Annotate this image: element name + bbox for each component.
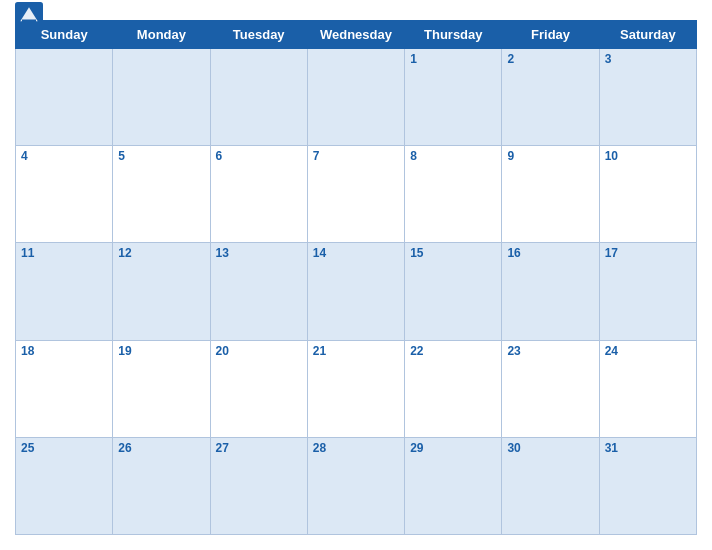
day-number: 8	[410, 149, 496, 163]
calendar-day-cell: 17	[599, 243, 696, 340]
day-number: 6	[216, 149, 302, 163]
day-number: 15	[410, 246, 496, 260]
weekday-saturday: Saturday	[599, 21, 696, 49]
day-number: 21	[313, 344, 399, 358]
calendar-day-cell	[210, 49, 307, 146]
calendar-day-cell	[307, 49, 404, 146]
calendar-week-row: 123	[16, 49, 697, 146]
calendar-day-cell: 14	[307, 243, 404, 340]
calendar-day-cell: 19	[113, 340, 210, 437]
day-number: 11	[21, 246, 107, 260]
calendar-day-cell: 10	[599, 146, 696, 243]
calendar-day-cell: 16	[502, 243, 599, 340]
calendar-day-cell: 11	[16, 243, 113, 340]
day-number: 23	[507, 344, 593, 358]
day-number: 26	[118, 441, 204, 455]
logo-icon	[15, 2, 43, 30]
day-number: 10	[605, 149, 691, 163]
calendar-week-row: 45678910	[16, 146, 697, 243]
day-number: 7	[313, 149, 399, 163]
calendar-table: SundayMondayTuesdayWednesdayThursdayFrid…	[15, 20, 697, 535]
day-number: 22	[410, 344, 496, 358]
day-number: 17	[605, 246, 691, 260]
calendar-day-cell: 25	[16, 437, 113, 534]
calendar-day-cell	[113, 49, 210, 146]
calendar-header	[15, 10, 697, 20]
calendar-day-cell: 21	[307, 340, 404, 437]
day-number: 4	[21, 149, 107, 163]
logo	[15, 2, 46, 30]
day-number: 30	[507, 441, 593, 455]
day-number: 14	[313, 246, 399, 260]
day-number: 20	[216, 344, 302, 358]
calendar-day-cell: 30	[502, 437, 599, 534]
calendar-day-cell: 4	[16, 146, 113, 243]
calendar-day-cell: 12	[113, 243, 210, 340]
weekday-friday: Friday	[502, 21, 599, 49]
calendar-day-cell: 13	[210, 243, 307, 340]
calendar-day-cell: 18	[16, 340, 113, 437]
svg-rect-2	[22, 20, 36, 24]
day-number: 25	[21, 441, 107, 455]
day-number: 13	[216, 246, 302, 260]
weekday-thursday: Thursday	[405, 21, 502, 49]
calendar-day-cell: 2	[502, 49, 599, 146]
calendar-day-cell: 29	[405, 437, 502, 534]
day-number: 28	[313, 441, 399, 455]
day-number: 31	[605, 441, 691, 455]
weekday-monday: Monday	[113, 21, 210, 49]
calendar-day-cell: 24	[599, 340, 696, 437]
day-number: 18	[21, 344, 107, 358]
day-number: 2	[507, 52, 593, 66]
calendar-day-cell: 26	[113, 437, 210, 534]
calendar-day-cell: 15	[405, 243, 502, 340]
calendar-day-cell: 20	[210, 340, 307, 437]
calendar-day-cell: 7	[307, 146, 404, 243]
day-number: 12	[118, 246, 204, 260]
calendar-day-cell: 28	[307, 437, 404, 534]
weekday-wednesday: Wednesday	[307, 21, 404, 49]
weekday-tuesday: Tuesday	[210, 21, 307, 49]
calendar-day-cell: 22	[405, 340, 502, 437]
day-number: 27	[216, 441, 302, 455]
calendar-day-cell: 31	[599, 437, 696, 534]
day-number: 3	[605, 52, 691, 66]
calendar-day-cell: 8	[405, 146, 502, 243]
calendar-week-row: 18192021222324	[16, 340, 697, 437]
calendar-day-cell: 5	[113, 146, 210, 243]
calendar-day-cell: 1	[405, 49, 502, 146]
day-number: 29	[410, 441, 496, 455]
day-number: 5	[118, 149, 204, 163]
day-number: 1	[410, 52, 496, 66]
day-number: 19	[118, 344, 204, 358]
calendar-day-cell: 27	[210, 437, 307, 534]
day-number: 24	[605, 344, 691, 358]
calendar-day-cell: 3	[599, 49, 696, 146]
day-number: 9	[507, 149, 593, 163]
calendar-day-cell: 23	[502, 340, 599, 437]
calendar-day-cell: 9	[502, 146, 599, 243]
calendar-day-cell	[16, 49, 113, 146]
weekday-header-row: SundayMondayTuesdayWednesdayThursdayFrid…	[16, 21, 697, 49]
day-number: 16	[507, 246, 593, 260]
calendar-week-row: 25262728293031	[16, 437, 697, 534]
calendar-day-cell: 6	[210, 146, 307, 243]
calendar-week-row: 11121314151617	[16, 243, 697, 340]
